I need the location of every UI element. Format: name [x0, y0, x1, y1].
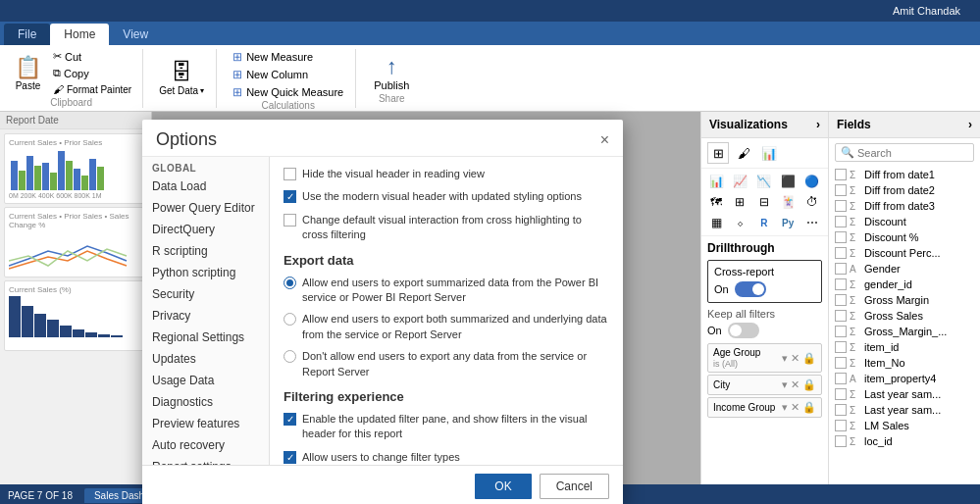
field-checkbox[interactable] — [835, 169, 847, 180]
field-item: Σitem_id — [829, 339, 980, 355]
viz-funnel-icon[interactable]: ⬦ — [729, 213, 750, 232]
publish-button[interactable]: ↑ Publish — [368, 52, 415, 93]
export-section-title: Export data — [284, 253, 609, 268]
new-measure-button[interactable]: ⊞ New Measure — [229, 49, 347, 65]
nav-item-regional[interactable]: Regional Settings — [142, 327, 269, 348]
nav-item-privacy[interactable]: Privacy — [142, 305, 269, 327]
viz-analytics-icon[interactable]: 📊 — [758, 142, 780, 164]
field-checkbox[interactable] — [835, 216, 847, 227]
viz-filter-icon[interactable]: ⊞ — [707, 142, 729, 164]
field-checkbox[interactable] — [835, 357, 847, 369]
format-painter-button[interactable]: 🖌 Format Painter — [50, 82, 134, 96]
field-item: Σgender_id — [829, 277, 980, 292]
radio-export-2[interactable] — [284, 313, 296, 326]
ok-button[interactable]: OK — [475, 474, 531, 499]
field-name-label: Gross_Margin_... — [864, 326, 947, 337]
cut-button[interactable]: ✂ Cut — [50, 49, 134, 64]
nav-item-updates[interactable]: Updates — [142, 348, 269, 370]
fields-header: Fields › — [829, 112, 980, 138]
tab-file[interactable]: File — [4, 24, 50, 45]
viz-panel-arrow[interactable]: › — [816, 118, 820, 131]
nav-item-security[interactable]: Security — [142, 283, 269, 305]
viz-brush-icon[interactable]: 🖌 — [733, 142, 754, 164]
viz-card-icon[interactable]: 🃏 — [777, 192, 799, 212]
publish-label: Share — [379, 93, 405, 104]
field-checkbox[interactable] — [835, 278, 847, 290]
viz-r-icon[interactable]: R — [753, 213, 775, 232]
field-checkbox[interactable] — [835, 420, 847, 431]
viz-map-icon[interactable]: 🗺 — [705, 192, 727, 212]
radio-export-3[interactable] — [284, 350, 296, 363]
drillthrough-title: Drillthrough — [707, 241, 822, 255]
field-checkbox[interactable] — [835, 310, 847, 322]
fields-search-box[interactable]: 🔍 — [835, 143, 974, 162]
nav-item-r-scripting[interactable]: R scripting — [142, 240, 269, 262]
viz-pie-icon[interactable]: 🔵 — [801, 172, 823, 191]
mini-chart-2[interactable]: Current Sales • Prior Sales • Sales Chan… — [4, 207, 147, 277]
viz-table-icon[interactable]: ⊞ — [729, 192, 750, 212]
filter-item-city[interactable]: City ▾ ✕ 🔒 — [707, 375, 822, 395]
nav-item-data-load[interactable]: Data Load — [142, 176, 269, 197]
nav-item-direct-query[interactable]: DirectQuery — [142, 219, 269, 240]
checkbox-filter-2[interactable]: ✓ — [284, 451, 296, 464]
modal-nav: GLOBAL Data Load Power Query Editor Dire… — [142, 157, 270, 465]
viz-area-icon[interactable]: 📉 — [753, 172, 775, 191]
field-checkbox[interactable] — [835, 263, 847, 275]
checkbox-hide-header[interactable] — [284, 168, 296, 180]
tab-view[interactable]: View — [109, 24, 162, 45]
field-checkbox[interactable] — [835, 200, 847, 212]
nav-item-report-settings-global[interactable]: Report settings — [142, 456, 269, 465]
viz-matrix-icon[interactable]: ⊟ — [753, 192, 775, 212]
nav-item-usage[interactable]: Usage Data — [142, 370, 269, 391]
field-checkbox[interactable] — [835, 404, 847, 416]
checkbox-cross-filter[interactable] — [284, 214, 296, 227]
nav-item-python-scripting[interactable]: Python scripting — [142, 262, 269, 283]
new-quick-measure-button[interactable]: ⊞ New Quick Measure — [229, 84, 347, 100]
viz-python-icon[interactable]: Py — [777, 213, 799, 232]
nav-item-power-query[interactable]: Power Query Editor — [142, 197, 269, 219]
viz-more-icon[interactable]: ⋯ — [801, 213, 823, 232]
keep-filters-toggle[interactable] — [728, 323, 759, 338]
field-sigma-icon: Σ — [850, 311, 861, 322]
modal-close-button[interactable]: × — [600, 131, 609, 149]
field-checkbox[interactable] — [835, 341, 847, 353]
fields-search-input[interactable] — [857, 147, 968, 159]
copy-button[interactable]: ⧉ Copy — [50, 66, 134, 80]
field-checkbox[interactable] — [835, 184, 847, 196]
checkbox-filter-1[interactable]: ✓ — [284, 413, 296, 426]
paste-button[interactable]: 📋 Paste — [8, 52, 48, 94]
viz-gauge-icon[interactable]: ⏱ — [801, 192, 823, 212]
filter-item-age[interactable]: Age Groupis (All) ▾ ✕ 🔒 — [707, 343, 822, 373]
modern-header-label: Use the modern visual header with update… — [302, 189, 582, 204]
fields-panel-arrow[interactable]: › — [968, 118, 972, 131]
export-label-1: Allow end users to export summarized dat… — [302, 276, 609, 306]
radio-export-1[interactable] — [284, 277, 296, 289]
field-checkbox[interactable] — [835, 294, 847, 306]
cancel-button[interactable]: Cancel — [540, 474, 609, 499]
field-checkbox[interactable] — [835, 231, 847, 243]
field-checkbox[interactable] — [835, 247, 847, 259]
clipboard-group: 📋 Paste ✂ Cut ⧉ Copy 🖌 Format Painter Cl… — [8, 49, 143, 108]
viz-scatter-icon[interactable]: ⬛ — [777, 172, 799, 191]
mini-chart-3[interactable]: Current Sales (%) — [4, 280, 147, 351]
nav-item-preview[interactable]: Preview features — [142, 413, 269, 434]
filter-item-income[interactable]: Income Group ▾ ✕ 🔒 — [707, 397, 822, 418]
filter-option-2: ✓ Allow users to change filter types — [284, 450, 609, 465]
get-data-button[interactable]: 🗄 Get Data ▾ — [155, 58, 208, 98]
field-checkbox[interactable] — [835, 326, 847, 337]
nav-item-auto-recovery-global[interactable]: Auto recovery — [142, 434, 269, 456]
viz-bar-icon[interactable]: 📊 — [705, 172, 727, 191]
mini-chart-1[interactable]: Current Sales • Prior Sales 0M 200K 400K — [4, 133, 147, 204]
viz-line-icon[interactable]: 📈 — [729, 172, 750, 191]
tab-home[interactable]: Home — [50, 24, 109, 45]
viz-treemap-icon[interactable]: ▦ — [705, 213, 727, 232]
export-option-1: Allow end users to export summarized dat… — [284, 276, 609, 306]
checkbox-modern-header[interactable]: ✓ — [284, 190, 296, 203]
nav-item-diagnostics[interactable]: Diagnostics — [142, 391, 269, 413]
new-column-button[interactable]: ⊞ New Column — [229, 67, 347, 82]
filter-label-2: Allow users to change filter types — [302, 450, 460, 465]
field-checkbox[interactable] — [835, 435, 847, 447]
cross-report-toggle[interactable] — [735, 281, 766, 297]
field-checkbox[interactable] — [835, 388, 847, 400]
field-checkbox[interactable] — [835, 373, 847, 384]
